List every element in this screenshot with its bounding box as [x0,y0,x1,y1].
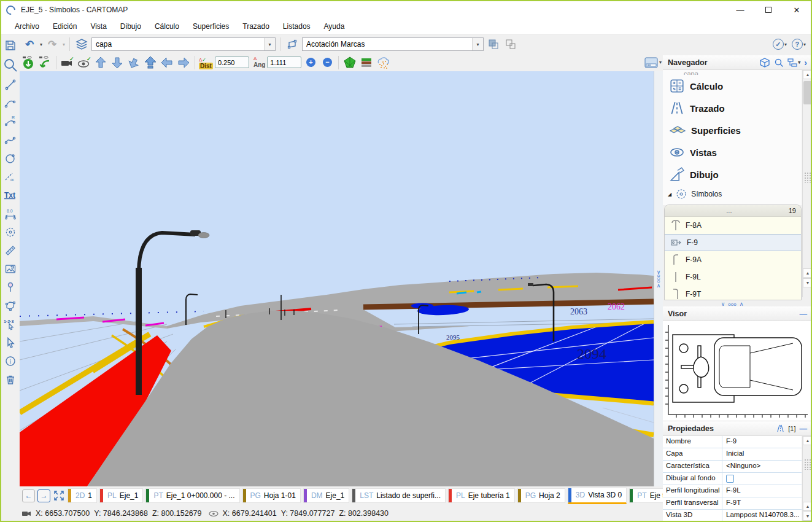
visor-minimize-button[interactable]: — [800,310,808,318]
nav-item-superficies[interactable]: Superficies [663,119,802,141]
nav-item-dibujo[interactable]: Dibujo [663,163,802,185]
symbol-item-f9l[interactable]: F-9L [665,268,801,286]
arc-tool-button[interactable] [2,94,18,112]
annotation-combo-dropdown[interactable]: ▾ [472,38,483,50]
navigator-scrollbar[interactable]: ▲ ▲ ▼ [802,70,812,297]
symbol-item-f9t[interactable]: F-9T [665,286,801,300]
scroll-grip[interactable] [804,459,811,470]
collapse-down-icon[interactable]: ∨ [657,270,661,275]
more-button[interactable]: ... [670,207,789,214]
save-button[interactable] [2,36,18,55]
zoom-in-button[interactable]: + [303,55,318,70]
send-to-back-icon[interactable] [503,37,518,52]
annotation-combo-input[interactable] [303,38,472,50]
pointcloud-render-icon[interactable] [376,55,390,70]
arrow-up-button[interactable] [93,55,108,70]
undo-button[interactable]: ↶ [22,37,37,52]
zoom-out-button[interactable]: − [320,55,334,70]
symbol-list-header[interactable]: ... 19 [665,205,801,217]
tab-lst-listado[interactable]: LSTListado de superfi... [352,488,446,503]
tree-view-button[interactable]: ▾ [787,58,800,67]
select-tool-button[interactable] [2,333,18,352]
ang-field[interactable] [267,56,301,68]
menu-listados[interactable]: Listados [277,20,317,33]
arrow-right-button[interactable] [176,55,191,70]
property-row[interactable]: Característica<Ninguno> [663,461,802,473]
collapse-up-icon[interactable]: ∧ [657,283,661,288]
property-row[interactable]: Perfil transversalF-9T [663,497,802,510]
menu-edicion[interactable]: Edición [47,20,83,33]
layers-icon[interactable] [74,37,89,52]
minimize-button[interactable]: — [726,1,754,18]
scroll-up-button[interactable]: ▲ [803,436,812,445]
scene-3d[interactable]: 2063 2062 2095 2094 [20,71,654,486]
redo-button[interactable]: ↷ [45,37,60,52]
property-row[interactable]: Dibujar al fondo [663,473,802,485]
layer-combo-dropdown[interactable]: ▾ [264,38,275,50]
enumerate-tool-button[interactable]: 1·2·3 [2,315,18,333]
fullscreen-button[interactable] [53,489,65,502]
viewport-3d[interactable]: 2063 2062 2095 2094 [20,71,654,486]
property-row[interactable]: Perfil longitudinalF-9L [663,485,802,497]
dimension-tool-button[interactable]: 8.0 [2,205,18,223]
scroll-thumb[interactable] [803,81,812,104]
tab-pg-hoja1[interactable]: PGHoja 1-01 [242,488,301,503]
scroll-down-button[interactable]: ▼ [803,278,812,287]
scroll-up-button[interactable]: ▲ [803,70,812,79]
tab-2d-1[interactable]: 2D1 [68,488,97,503]
arrow-ascend-button[interactable] [143,55,158,70]
visibility-toggle-button[interactable]: ✓ [77,55,91,70]
point-tool-button[interactable] [2,278,18,297]
menu-archivo[interactable]: Archivo [9,20,45,33]
nav-item-simbolos[interactable]: ◢ Símbolos [663,185,802,203]
panel-splitter-vertical[interactable]: ∨ ooo ∧ [654,71,663,486]
hatch-tool-button[interactable] [2,241,18,260]
tab-pt-eje1[interactable]: PTEje_1 0+000.000 - ... [145,488,239,503]
tab-pl-eje1[interactable]: PLEje_1 [99,488,143,503]
scroll-down-button[interactable]: ▼ [803,512,812,521]
menu-dibujo[interactable]: Dibujo [114,20,147,33]
symbol-item-f9-selected[interactable]: F-9 [665,234,801,251]
confirm-menu-button[interactable]: ✓ ▾ [773,39,787,50]
walk-mode-button[interactable] [21,55,36,70]
properties-minimize-button[interactable]: — [800,424,808,433]
layers-render-icon[interactable] [359,55,374,70]
arrow-left-button[interactable] [160,55,174,70]
delete-tool-button[interactable] [2,370,18,389]
properties-scrollbar[interactable]: ▲ ▲ ▼ [802,436,812,522]
tab-3d-vista[interactable]: 3DVista 3D 0 [568,488,627,504]
bring-to-front-icon[interactable] [486,37,501,52]
symbol-item-f8a[interactable]: F-8A [665,217,801,234]
nav-item-calculo[interactable]: Cálculo [663,75,802,97]
annotation-combo[interactable]: ▾ [302,37,484,51]
circle-tool-button[interactable] [2,149,18,168]
layer-combo-input[interactable] [92,38,264,50]
image-tool-button[interactable] [2,260,18,278]
viewport-layout-button[interactable]: ▾ [644,56,662,69]
dist-field[interactable] [215,56,249,68]
camera-toggle-button[interactable]: ✓ [60,55,75,70]
annotation-style-icon[interactable] [285,37,300,52]
redo-dropdown[interactable]: ▾ [63,42,65,47]
property-row[interactable]: CapaInicial [663,448,802,461]
nav-item-clipped[interactable]: capa [663,70,802,75]
draw-background-checkbox[interactable] [726,475,734,483]
search-icon[interactable] [774,58,784,68]
info-tool-button[interactable]: i [2,352,18,370]
surface-render-icon[interactable] [342,55,357,70]
scroll-grip[interactable] [804,172,811,183]
layer-combo[interactable]: ▾ [91,37,276,51]
menu-vista[interactable]: Vista [84,20,112,33]
package-icon[interactable] [759,57,770,68]
scroll-up-button2[interactable]: ▲ [803,268,812,278]
return-view-button[interactable] [37,55,52,70]
menu-trazado[interactable]: Trazado [236,20,276,33]
expanded-triangle-icon[interactable]: ◢ [668,192,671,197]
property-row[interactable]: Vista 3DLamppost N140708.3... [663,510,802,522]
line-tool-button[interactable] [2,76,18,94]
arrow-down-button[interactable] [110,55,125,70]
nav-item-vistas[interactable]: Vistas [663,141,802,163]
tab-pt-tuberia[interactable]: PTEje tubería 1 0+00... [629,488,663,503]
menu-superficies[interactable]: Superficies [187,20,235,33]
maximize-button[interactable] [754,1,783,18]
